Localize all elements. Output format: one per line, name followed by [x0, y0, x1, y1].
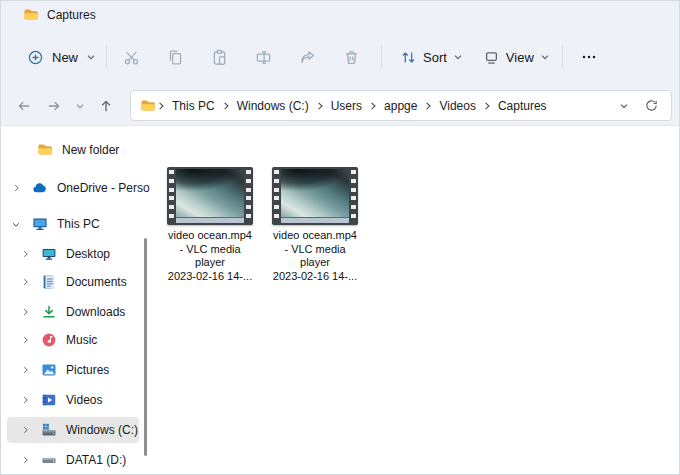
new-button[interactable]: New: [19, 40, 104, 74]
breadcrumb-chevron-icon[interactable]: [156, 101, 166, 111]
rename-button[interactable]: [247, 40, 279, 74]
breadcrumb-captures[interactable]: Captures: [492, 99, 553, 113]
file-name-label: video ocean.mp4 - VLC media player 2023-…: [160, 229, 260, 283]
recent-locations-icon: [75, 101, 85, 111]
drive-icon: [41, 452, 57, 468]
file-name-line: - VLC media: [265, 243, 365, 257]
sidebar-item-label: Music: [66, 333, 97, 347]
files-pane: video ocean.mp4 - VLC media player 2023-…: [151, 126, 679, 474]
chevron-right-icon[interactable]: [19, 425, 31, 435]
ocean-video-frame: [176, 169, 244, 223]
file-item-video-ocean-2[interactable]: video ocean.mp4 - VLC media player 2023-…: [265, 167, 365, 283]
forward-button[interactable]: [39, 91, 69, 121]
chevron-down-icon[interactable]: [10, 221, 22, 228]
up-button[interactable]: [91, 91, 121, 121]
file-name-label: video ocean.mp4 - VLC media player 2023-…: [265, 229, 365, 283]
breadcrumb-this-pc[interactable]: This PC: [166, 99, 221, 113]
breadcrumb-chevron-icon[interactable]: [423, 101, 433, 111]
chevron-down-icon: [453, 52, 463, 62]
paste-button[interactable]: [203, 40, 235, 74]
tab-title: Captures: [47, 8, 96, 22]
share-icon: [299, 49, 316, 66]
sort-button[interactable]: Sort: [390, 40, 473, 74]
sidebar-item-label: Videos: [66, 393, 102, 407]
sidebar-item-videos[interactable]: Videos: [7, 387, 139, 413]
more-ellipsis-icon: [581, 49, 597, 65]
chevron-right-icon[interactable]: [19, 455, 31, 465]
breadcrumb-videos[interactable]: Videos: [433, 99, 481, 113]
up-icon: [98, 98, 114, 114]
paste-icon: [211, 49, 228, 66]
chevron-right-icon[interactable]: [10, 183, 22, 193]
back-icon: [16, 98, 32, 114]
sidebar-scrollbar[interactable]: [144, 238, 147, 456]
forward-icon: [46, 98, 62, 114]
plus-circle-icon: [27, 49, 44, 66]
sidebar-item-label: New folder: [62, 143, 119, 157]
breadcrumb-users[interactable]: Users: [325, 99, 368, 113]
sidebar-item-onedrive[interactable]: OneDrive - Perso: [7, 175, 139, 201]
address-bar[interactable]: This PC Windows (C:) Users appge Videos …: [130, 90, 672, 121]
sidebar-item-desktop[interactable]: Desktop: [7, 241, 139, 267]
sidebar-item-data1-d[interactable]: DATA1 (D:): [7, 447, 139, 473]
explorer-tab-captures[interactable]: Captures: [13, 1, 106, 29]
sidebar-item-label: Documents: [66, 275, 127, 289]
filmstrip-sprockets-right: [351, 170, 356, 222]
address-dropdown-button[interactable]: [611, 93, 637, 119]
filmstrip-sprockets-left: [274, 170, 279, 222]
sidebar-item-music[interactable]: Music: [7, 327, 139, 353]
window-chrome: Captures New: [1, 1, 679, 126]
file-name-line: 2023-02-16 14-...: [265, 270, 365, 284]
breadcrumb-chevron-icon[interactable]: [221, 101, 231, 111]
filmstrip-sprockets-left: [169, 170, 174, 222]
windows-drive-icon: [41, 422, 57, 438]
chevron-right-icon[interactable]: [19, 307, 31, 317]
chevron-right-icon[interactable]: [19, 365, 31, 375]
sidebar-item-windows-c[interactable]: Windows (C:): [7, 417, 139, 443]
breadcrumb-chevron-icon[interactable]: [368, 101, 378, 111]
refresh-button[interactable]: [637, 93, 665, 119]
sort-arrows-icon: [400, 49, 417, 66]
chevron-right-icon[interactable]: [19, 395, 31, 405]
sidebar-item-downloads[interactable]: Downloads: [7, 299, 139, 325]
new-button-label: New: [52, 50, 78, 65]
breadcrumb-chevron-icon[interactable]: [315, 101, 325, 111]
downloads-icon: [41, 304, 57, 320]
copy-button[interactable]: [159, 40, 191, 74]
chevron-down-icon: [540, 52, 550, 62]
documents-icon: [41, 274, 57, 290]
chevron-right-icon[interactable]: [19, 277, 31, 287]
cut-button[interactable]: [115, 40, 147, 74]
sidebar-item-label: Pictures: [66, 363, 109, 377]
share-button[interactable]: [291, 40, 323, 74]
sidebar-item-documents[interactable]: Documents: [7, 269, 139, 295]
breadcrumb-appge[interactable]: appge: [378, 99, 423, 113]
chevron-right-icon[interactable]: [19, 249, 31, 259]
file-explorer-window: Captures New: [0, 0, 680, 475]
video-filmstrip-thumbnail: [167, 167, 253, 225]
recent-locations-button[interactable]: [69, 91, 91, 121]
file-name-line: player: [160, 256, 260, 270]
chevron-right-icon[interactable]: [19, 335, 31, 345]
breadcrumb-windows-c[interactable]: Windows (C:): [231, 99, 315, 113]
onedrive-icon: [32, 180, 48, 196]
sidebar-item-this-pc[interactable]: This PC: [7, 211, 139, 237]
sidebar-item-pictures[interactable]: Pictures: [7, 357, 139, 383]
file-name-line: video ocean.mp4: [265, 229, 365, 243]
titlebar: Captures: [1, 1, 679, 29]
delete-icon: [343, 49, 360, 66]
folder-icon[interactable]: [140, 98, 156, 114]
view-button[interactable]: View: [473, 40, 560, 74]
cut-icon: [123, 49, 140, 66]
dropdown-chevron-icon: [619, 101, 629, 111]
rename-icon: [255, 49, 272, 66]
more-options-button[interactable]: [573, 40, 605, 74]
breadcrumb-chevron-icon[interactable]: [482, 101, 492, 111]
back-button[interactable]: [9, 91, 39, 121]
file-item-video-ocean-1[interactable]: video ocean.mp4 - VLC media player 2023-…: [160, 167, 260, 283]
chevron-down-icon: [86, 52, 96, 62]
delete-button[interactable]: [335, 40, 367, 74]
sidebar-item-label: Windows (C:): [66, 423, 138, 437]
sidebar-item-new-folder[interactable]: New folder: [7, 137, 139, 163]
view-button-label: View: [506, 50, 534, 65]
